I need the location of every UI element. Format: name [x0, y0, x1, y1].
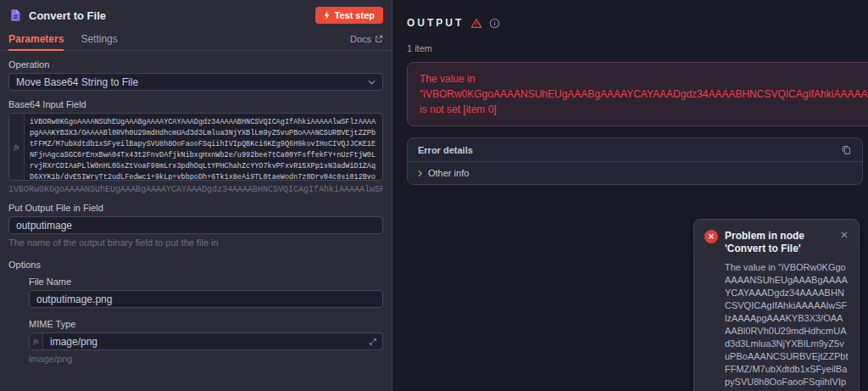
- warning-icon: [470, 18, 482, 29]
- output-field-label: Put Output File in Field: [8, 203, 383, 213]
- error-details-label: Error details: [418, 145, 841, 155]
- operation-select[interactable]: Move Base64 String to File: [8, 73, 383, 91]
- docs-link[interactable]: Docs: [350, 28, 383, 50]
- options-label: Options: [8, 260, 383, 270]
- page-title: Convert to File: [29, 9, 309, 22]
- mime-type-row: fx: [29, 332, 383, 350]
- expand-icon[interactable]: [369, 333, 382, 349]
- error-details-row[interactable]: Error details: [408, 138, 862, 161]
- base64-textarea[interactable]: iVBORw0KGgoAAAANSUhEUgAAABgAAAAYCAYAAADg…: [25, 114, 382, 180]
- external-link-icon: [375, 35, 383, 43]
- mime-type-input[interactable]: [43, 333, 369, 349]
- mime-result-preview: image/png: [29, 354, 383, 364]
- test-step-label: Test step: [335, 10, 375, 20]
- output-field-hint: The name of the output binary field to p…: [8, 237, 383, 248]
- toast-message: The value in "iVBORw0KGgoAAAANSUhEUgAAAB…: [725, 261, 849, 391]
- toast-header: ✕ Problem in node 'Convert to File' ✕: [704, 230, 849, 255]
- file-name-label: File Name: [29, 276, 383, 287]
- operation-value: Move Base64 String to File: [16, 76, 138, 88]
- tab-settings[interactable]: Settings: [81, 28, 117, 51]
- operation-label: Operation: [8, 59, 383, 70]
- error-line-2: "iVBORw0KGgoAAAANSUhEUgAAABgAAAAYCAYAAAD…: [420, 87, 868, 102]
- toast-title: Problem in node 'Convert to File': [725, 230, 833, 255]
- node-settings-panel: Convert to File Test step Parameters Set…: [0, 0, 392, 391]
- operation-field: Operation Move Base64 String to File: [8, 59, 383, 91]
- docs-label: Docs: [350, 34, 371, 44]
- node-details-view: Convert to File Test step Parameters Set…: [0, 0, 868, 391]
- error-circle-icon: ✕: [704, 230, 718, 243]
- error-message-box: The value in "iVBORw0KGgoAAAANSUhEUgAAAB…: [407, 62, 868, 126]
- file-name-field: File Name: [29, 276, 383, 308]
- items-count: 1 item: [407, 43, 868, 53]
- output-field-group: Put Output File in Field The name of the…: [8, 203, 383, 248]
- mime-expression-toggle-button[interactable]: fx: [30, 333, 43, 349]
- chevron-down-icon: [368, 80, 376, 85]
- copy-icon[interactable]: [841, 144, 852, 155]
- error-line-1: The value in: [420, 71, 868, 87]
- expression-toggle-button[interactable]: fx: [9, 114, 25, 180]
- file-name-input[interactable]: [29, 290, 383, 308]
- base64-field: Base64 Input Field fx iVBORw0KGgoAAAANSU…: [8, 99, 383, 194]
- tab-bar: Parameters Settings Docs: [0, 28, 392, 51]
- output-field-input[interactable]: [8, 216, 383, 234]
- fx-icon: fx: [14, 143, 19, 151]
- options-section: Options File Name MIME Type fx: [8, 260, 383, 364]
- base64-label: Base64 Input Field: [8, 99, 383, 109]
- close-icon[interactable]: ✕: [840, 230, 849, 255]
- panel-header: Convert to File Test step: [0, 0, 392, 28]
- test-step-button[interactable]: Test step: [315, 7, 383, 24]
- error-details-box: Error details Other info: [407, 137, 863, 185]
- other-info-label: Other info: [428, 168, 469, 178]
- mime-type-label: MIME Type: [29, 319, 383, 329]
- error-line-3: is not set [item 0]: [420, 102, 868, 117]
- convert-to-file-node-icon: [8, 8, 22, 22]
- tab-parameters[interactable]: Parameters: [8, 28, 64, 51]
- mime-type-field: MIME Type fx image/png: [29, 319, 383, 364]
- lightning-icon: [324, 11, 331, 20]
- output-header: OUTPUT: [407, 17, 868, 29]
- output-title: OUTPUT: [407, 17, 464, 29]
- chevron-right-icon: [418, 170, 422, 177]
- other-info-row[interactable]: Other info: [408, 161, 862, 184]
- parameters-form: Operation Move Base64 String to File Bas…: [0, 51, 392, 391]
- info-icon[interactable]: [489, 18, 500, 29]
- fx-icon: fx: [34, 338, 39, 345]
- base64-expression-field: fx iVBORw0KGgoAAAANSUhEUgAAABgAAAAYCAYAA…: [8, 113, 383, 181]
- error-toast: ✕ Problem in node 'Convert to File' ✕ Th…: [693, 219, 860, 391]
- base64-result-preview: iVBORw0KGgoAAAANSUhEUgAAABgAAAAYCAYAAADg…: [8, 185, 383, 194]
